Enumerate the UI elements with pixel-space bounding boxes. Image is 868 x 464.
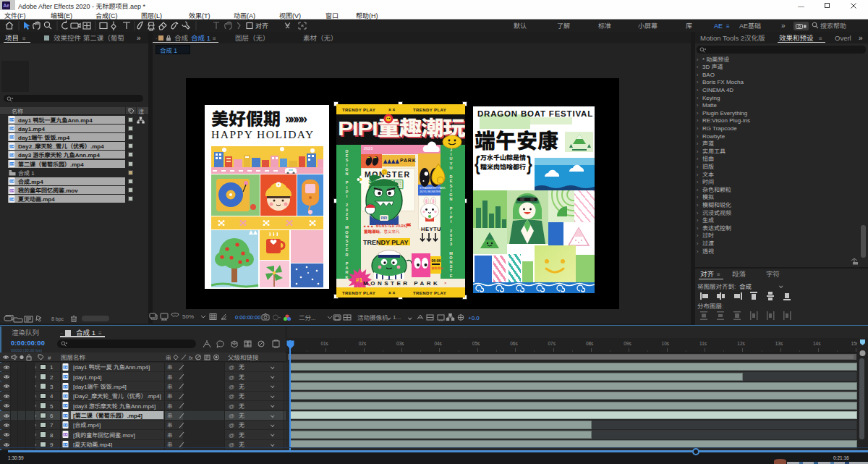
svg-text:#: # bbox=[48, 355, 51, 361]
svg-text:PIPI: PIPI bbox=[381, 216, 388, 220]
svg-text:8 bpc: 8 bpc bbox=[51, 316, 64, 322]
svg-text:二分...: 二分... bbox=[299, 313, 315, 321]
svg-text:fx: fx bbox=[189, 355, 193, 360]
svg-text:50%: 50% bbox=[182, 313, 194, 320]
svg-text:+0.0: +0.0 bbox=[468, 315, 480, 321]
